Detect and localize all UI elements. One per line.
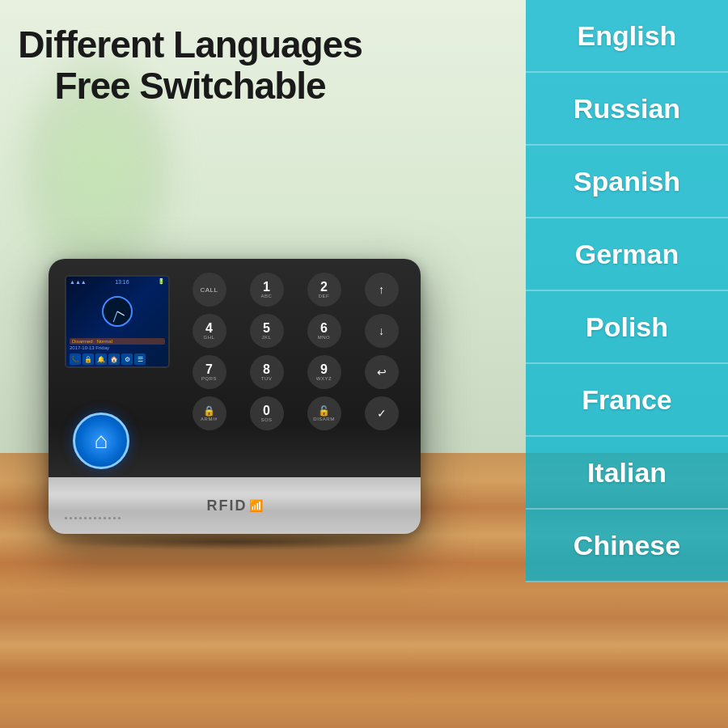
lang-btn-russian[interactable]: Russian (526, 73, 728, 146)
rfid-wifi-icon: 📶 (249, 499, 263, 512)
lcd-icon-settings: ⚙ (121, 353, 133, 365)
lang-btn-english[interactable]: English (526, 0, 728, 73)
key-4[interactable]: 4 GHL (193, 314, 226, 348)
speaker-dot (79, 517, 82, 519)
speaker-dot (70, 517, 72, 519)
key-1[interactable]: 1 ABC (250, 273, 284, 307)
key-call[interactable]: CALL (193, 273, 226, 307)
key-confirm[interactable]: ✓ (365, 396, 399, 430)
lang-btn-polish[interactable]: Polish (526, 291, 728, 364)
key-9[interactable]: 9 WXYZ (307, 355, 341, 389)
lcd-date: 2017-10-13 Friday (70, 345, 165, 350)
key-down[interactable]: ↓ (365, 314, 399, 348)
speaker-dot (99, 517, 101, 519)
speaker-dot (65, 517, 67, 519)
device-container: ▲▲▲ 13:16 🔋 Disarmed Normal 2017-10-13 F… (24, 259, 445, 550)
lcd-screen: ▲▲▲ 13:16 🔋 Disarmed Normal 2017-10-13 F… (65, 275, 170, 368)
speaker-dot (94, 517, 96, 519)
keypad: CALL 1 ABC 2 DEF ↑ 4 GHL (182, 271, 408, 473)
key-7[interactable]: 7 PQRS (193, 355, 226, 389)
speaker-dot (113, 517, 116, 519)
lcd-signal-icon: ▲▲▲ (70, 279, 87, 285)
speaker-grille (65, 517, 121, 519)
lcd-top-bar: ▲▲▲ 13:16 🔋 (66, 277, 168, 286)
lcd-icon-lock: 🔒 (83, 353, 94, 365)
key-up[interactable]: ↑ (365, 273, 399, 307)
lcd-clock-area (66, 286, 168, 336)
lang-btn-spanish[interactable]: Spanish (526, 146, 728, 218)
heading-block: Different Languages Free Switchable (16, 24, 364, 106)
lcd-battery-icon: 🔋 (158, 278, 165, 285)
lcd-icon-call: 📞 (70, 353, 81, 365)
heading-line1: Different Languages (16, 24, 364, 66)
key-0[interactable]: 0 SOS (250, 396, 284, 430)
lang-btn-france[interactable]: France (526, 364, 728, 437)
key-disarm[interactable]: 🔓 DISARM (307, 396, 341, 430)
lang-btn-italian[interactable]: Italian (526, 437, 728, 510)
lcd-icon-home: 🏠 (108, 353, 120, 365)
lcd-display: ▲▲▲ 13:16 🔋 Disarmed Normal 2017-10-13 F… (66, 277, 168, 366)
speaker-dot (89, 517, 91, 519)
heading-line2: Free Switchable (16, 66, 364, 107)
key-6[interactable]: 6 MNO (307, 314, 341, 348)
clock-hour-hand (117, 311, 125, 316)
speaker-dot (118, 517, 121, 519)
key-arm[interactable]: 🔒 ARM/# (193, 396, 226, 430)
analog-clock (102, 296, 133, 327)
home-icon: ⌂ (95, 428, 108, 454)
lcd-icons-row: 📞 🔒 🔔 🏠 ⚙ ☰ (66, 352, 168, 366)
speaker-dot (108, 517, 111, 519)
lcd-icon-menu: ☰ (134, 353, 146, 365)
speaker-dot (104, 517, 106, 519)
lang-btn-chinese[interactable]: Chinese (526, 510, 728, 582)
language-panel: English Russian Spanish German Polish Fr… (526, 0, 728, 582)
device-bottom-strip: RFID 📶 (49, 477, 421, 534)
device-shadow (49, 534, 421, 550)
lcd-status-disarmed: Disarmed Normal (70, 338, 165, 345)
key-5[interactable]: 5 JKL (250, 314, 284, 348)
home-button[interactable]: ⌂ (73, 413, 129, 469)
key-2[interactable]: 2 DEF (307, 273, 341, 307)
keypad-grid: CALL 1 ABC 2 DEF ↑ 4 GHL (182, 271, 408, 473)
lcd-icon-bell: 🔔 (95, 353, 107, 365)
alarm-device: ▲▲▲ 13:16 🔋 Disarmed Normal 2017-10-13 F… (49, 259, 421, 534)
lang-btn-german[interactable]: German (526, 218, 728, 291)
clock-minute-hand (113, 311, 118, 322)
speaker-dot (84, 517, 87, 519)
key-enter[interactable]: ↩ (365, 355, 399, 389)
key-8[interactable]: 8 TUV (250, 355, 284, 389)
rfid-label: RFID (207, 497, 248, 514)
speaker-dot (74, 517, 77, 519)
lcd-status-area: Disarmed Normal 2017-10-13 Friday (66, 336, 168, 352)
lcd-time: 13:16 (115, 279, 129, 285)
